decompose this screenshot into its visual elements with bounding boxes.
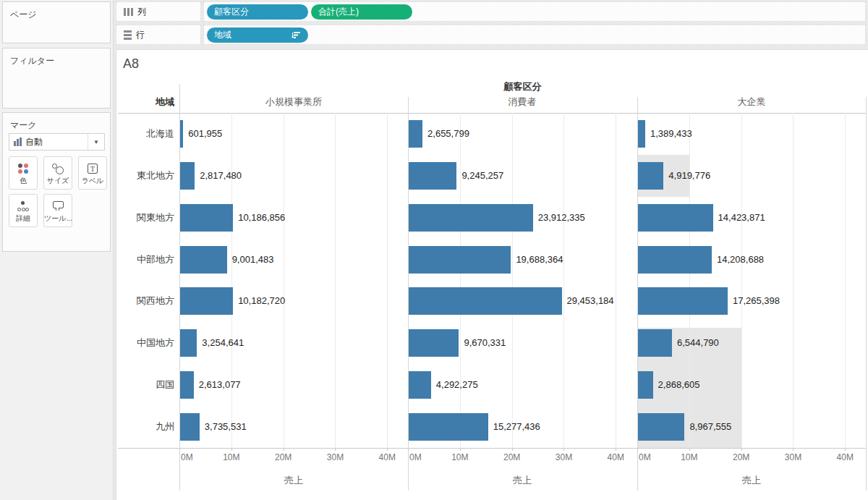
bar-mark[interactable]	[180, 329, 197, 357]
bar-mark[interactable]	[409, 246, 511, 274]
pill-sum-sales[interactable]: 合計(売上)	[311, 4, 412, 20]
gridline	[741, 113, 742, 448]
detail-button[interactable]: 詳細	[9, 194, 38, 227]
axis-tick	[616, 448, 616, 451]
row-header-6[interactable]: 四国	[116, 364, 174, 406]
row-header-2[interactable]: 関東地方	[116, 197, 174, 239]
bar-mark[interactable]	[638, 371, 653, 399]
axis-tick-label: 40M	[608, 452, 624, 462]
axis-tick	[408, 448, 409, 451]
bar-value-label: 15,277,436	[493, 413, 540, 441]
bar-mark[interactable]	[409, 413, 488, 441]
bar-value-label: 10,182,720	[238, 287, 285, 315]
size-button[interactable]: サイズ	[43, 156, 72, 190]
axis-tick	[460, 448, 461, 451]
row-header-5[interactable]: 中国地方	[116, 322, 174, 364]
pill-customer-segment[interactable]: 顧客区分	[207, 4, 308, 20]
row-field-label[interactable]: 地域	[116, 96, 174, 109]
bar-value-label: 14,423,871	[718, 204, 765, 232]
bar-mark[interactable]	[638, 329, 672, 357]
bar-value-label: 2,613,077	[199, 371, 241, 399]
row-header-0[interactable]: 北海道	[116, 113, 174, 155]
bar-mark[interactable]	[180, 246, 227, 274]
gridline	[845, 113, 846, 448]
chevron-down-icon[interactable]: ▼	[88, 134, 104, 150]
bar-mark[interactable]	[409, 371, 431, 399]
size-button-label: サイズ	[44, 176, 72, 186]
bar-value-label: 17,265,398	[733, 287, 780, 315]
bar-mark[interactable]	[409, 162, 456, 190]
bar-value-label: 3,735,531	[205, 413, 247, 441]
column-header-small-business[interactable]: 小規模事業所	[179, 96, 408, 109]
axis-tick-label: 10M	[451, 452, 468, 462]
bar-mark[interactable]	[180, 162, 195, 190]
bar-mark[interactable]	[180, 413, 200, 441]
tooltip-icon	[44, 200, 72, 213]
bar-mark[interactable]	[180, 120, 183, 148]
pages-shelf[interactable]: ページ	[2, 1, 111, 43]
columns-shelf-label-box: 列	[116, 1, 201, 22]
tooltip-button[interactable]: ツール...	[43, 194, 72, 227]
row-header-3[interactable]: 中部地方	[116, 239, 174, 281]
axis-tick-label: 20M	[503, 452, 520, 462]
axis-tick-label: 30M	[327, 452, 344, 462]
axis-tick	[845, 448, 846, 451]
bar-mark[interactable]	[409, 120, 422, 148]
rows-shelf[interactable]: 地域	[203, 25, 866, 45]
bar-value-label: 14,208,688	[717, 246, 764, 274]
bar-mark[interactable]	[180, 204, 233, 232]
worksheet: A8 顧客区分 地域 小規模事業所 消費者 大企業 0M10M20M30M40M…	[116, 49, 868, 500]
bar-value-label: 1,389,433	[650, 120, 692, 148]
filters-shelf[interactable]: フィルター	[2, 48, 111, 109]
bar-mark[interactable]	[638, 246, 712, 274]
bar-mark[interactable]	[180, 287, 233, 315]
bar-mark[interactable]	[638, 204, 713, 232]
bar-value-label: 2,868,605	[658, 371, 700, 399]
column-header-consumer[interactable]: 消費者	[408, 96, 637, 109]
color-button[interactable]: 色	[9, 156, 38, 190]
row-header-1[interactable]: 東北地方	[116, 155, 174, 197]
color-icon	[9, 162, 37, 175]
axis-tick-label: 0M	[639, 452, 651, 462]
bar-mark[interactable]	[409, 204, 533, 232]
row-header-4[interactable]: 関西地方	[116, 281, 174, 323]
axis-tick-label: 30M	[785, 452, 801, 462]
label-icon: T	[79, 162, 106, 175]
marks-card-label: マーク	[3, 113, 110, 132]
filters-shelf-label: フィルター	[3, 48, 110, 67]
bar-mark[interactable]	[638, 287, 728, 315]
detail-icon	[9, 200, 37, 213]
sort-descending-icon[interactable]	[292, 30, 301, 40]
columns-shelf-label: 列	[137, 6, 146, 18]
pill-region[interactable]: 地域	[207, 27, 308, 43]
bar-value-label: 2,817,480	[200, 162, 242, 190]
bar-value-label: 9,001,483	[232, 246, 274, 274]
axis-tick	[741, 448, 742, 451]
gridline	[563, 113, 564, 448]
bar-mark[interactable]	[180, 371, 194, 399]
bar-mark[interactable]	[409, 287, 562, 315]
gridline	[387, 113, 388, 448]
column-header-enterprise[interactable]: 大企業	[637, 96, 866, 109]
columns-shelf[interactable]: 顧客区分 合計(売上)	[203, 1, 866, 22]
row-header-7[interactable]: 九州	[116, 406, 174, 448]
rows-shelf-label-box: 行	[116, 25, 201, 45]
axis-tick-label: 0M	[409, 452, 422, 462]
detail-button-label: 詳細	[9, 213, 37, 224]
header-divider-line	[118, 113, 866, 114]
bar-mark[interactable]	[409, 329, 459, 357]
column-field-label[interactable]: 顧客区分	[179, 80, 866, 93]
axis-title-sales-3: 売上	[637, 474, 866, 487]
label-button[interactable]: T ラベル	[78, 156, 107, 190]
bar-mark[interactable]	[638, 162, 663, 190]
mark-type-dropdown[interactable]: 自動 ▼	[9, 133, 105, 151]
axis-tick	[179, 448, 180, 451]
bar-value-label: 601,955	[188, 120, 222, 148]
bar-mark[interactable]	[638, 413, 684, 441]
bar-mark[interactable]	[638, 120, 645, 148]
columns-icon	[124, 8, 133, 16]
axis-tick-label: 10M	[681, 452, 697, 462]
axis-tick	[335, 448, 336, 451]
axis-tick-label: 20M	[275, 452, 292, 462]
rows-icon	[124, 30, 132, 40]
